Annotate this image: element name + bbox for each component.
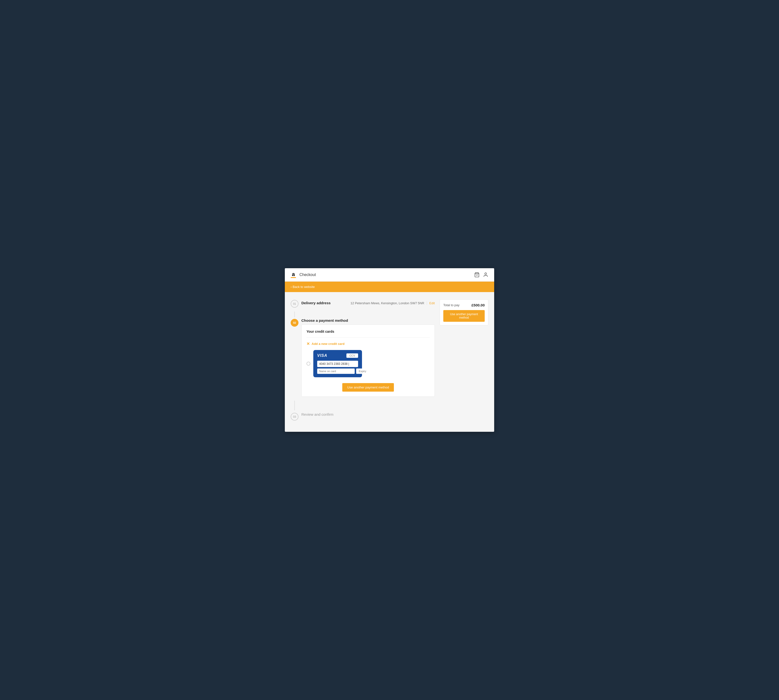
step-2-title: Choose a payment method — [301, 318, 435, 322]
card-radio-button[interactable] — [307, 362, 310, 366]
checkout-container: a Checkout ‹ Back to — [285, 268, 494, 432]
close-add-card-icon[interactable]: ✕ — [307, 342, 310, 346]
add-card-header: ✕ Add a new credit card — [307, 342, 430, 346]
step-1-title: Delivery address — [301, 301, 330, 305]
cards-divider — [307, 337, 430, 338]
right-sidebar: Total to pay £500.00 Use another payment… — [440, 299, 488, 425]
card-number-input[interactable] — [317, 361, 358, 367]
step-2-content: Choose a payment method Your credit card… — [301, 318, 435, 397]
back-to-website-link[interactable]: ‹ Back to website — [291, 285, 315, 289]
total-box: Total to pay £500.00 Use another payment… — [440, 299, 488, 325]
step-1-content: Delivery address 12 Petersham Mews, Kens… — [301, 299, 435, 307]
step-3: 03 Review and confirm — [291, 412, 435, 421]
card-top-row: VISA — [317, 353, 358, 358]
sidebar-use-another-button[interactable]: Use another payment method — [443, 310, 485, 322]
step-connector-1 — [294, 312, 295, 317]
step-3-number: 03 — [291, 413, 299, 421]
name-on-card-input[interactable] — [317, 368, 355, 374]
orange-bar: ‹ Back to website — [285, 282, 494, 292]
logo-a-letter: a — [292, 272, 295, 277]
logo-underline — [291, 277, 296, 278]
total-row: Total to pay £500.00 — [443, 303, 485, 307]
back-link-label: Back to website — [293, 285, 315, 289]
delivery-address: 12 Petersham Mews, Kensington, London SW… — [350, 301, 424, 305]
left-content: 01 Delivery address 12 Petersham Mews, K… — [291, 299, 435, 425]
main-content: 01 Delivery address 12 Petersham Mews, K… — [285, 292, 494, 432]
header-left: a Checkout — [291, 272, 316, 278]
total-amount: £500.00 — [472, 303, 485, 307]
payment-section: Your credit cards ✕ Add a new credit car… — [301, 325, 435, 397]
your-cards-title: Your credit cards — [307, 330, 430, 333]
step-3-title: Review and confirm — [301, 412, 334, 417]
svg-point-1 — [485, 273, 486, 275]
card-with-radio: VISA — [307, 350, 430, 377]
step-1-number: 01 — [291, 300, 299, 308]
user-icon[interactable] — [483, 272, 488, 277]
ccv-input[interactable] — [346, 353, 358, 358]
delivery-row: Delivery address 12 Petersham Mews, Kens… — [301, 299, 435, 307]
visa-brand-label: VISA — [317, 353, 327, 358]
amazon-logo: a — [291, 272, 296, 278]
add-card-label[interactable]: Add a new credit card — [312, 342, 344, 346]
step-1: 01 Delivery address 12 Petersham Mews, K… — [291, 299, 435, 308]
expiry-input[interactable] — [356, 368, 369, 374]
address-edit-wrapper: 12 Petersham Mews, Kensington, London SW… — [350, 301, 435, 305]
header-title: Checkout — [299, 273, 316, 277]
card-bottom-row — [317, 368, 358, 374]
page-wrapper: a Checkout ‹ Back to — [0, 253, 779, 447]
step-2-number: 02 — [291, 319, 299, 327]
edit-link[interactable]: Edit — [427, 301, 435, 305]
back-chevron-icon: ‹ — [291, 285, 292, 289]
step-2: 02 Choose a payment method Your credit c… — [291, 318, 435, 397]
step-connector-2 — [294, 401, 295, 410]
use-another-payment-method-button[interactable]: Use another payment method — [342, 383, 394, 392]
total-label: Total to pay — [443, 303, 460, 307]
header: a Checkout — [285, 268, 494, 282]
cart-icon[interactable] — [474, 272, 480, 277]
visa-card: VISA — [313, 350, 362, 377]
header-icons — [474, 272, 488, 277]
step-3-content: Review and confirm — [301, 412, 435, 417]
